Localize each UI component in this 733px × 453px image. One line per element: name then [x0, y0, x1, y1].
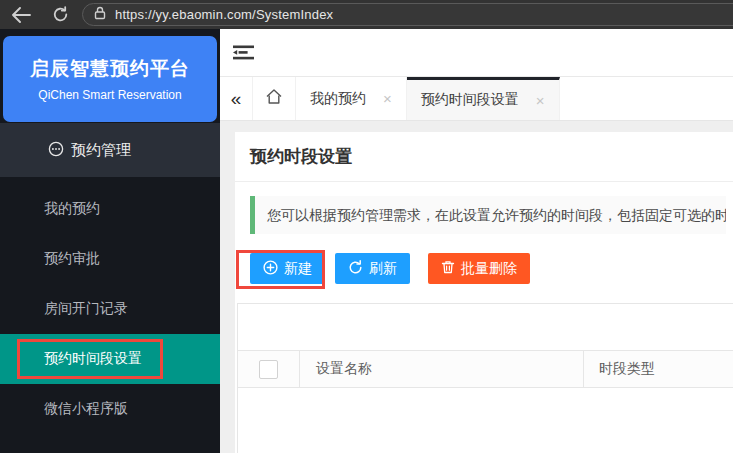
- select-all-checkbox[interactable]: [259, 360, 278, 379]
- content-area: 预约时段设置 您可以根据预约管理需求，在此设置允许预约的时间段，包括固定可选的时…: [220, 121, 733, 453]
- browser-toolbar: https://yy.ebaomin.com/SystemIndex: [0, 0, 733, 29]
- close-icon[interactable]: ×: [383, 91, 392, 106]
- lock-icon: [94, 6, 106, 24]
- tabs-scroll-left-icon[interactable]: «: [220, 77, 252, 120]
- table-toolbar: [238, 304, 733, 350]
- sidebar-submenu: 我的预约 预约审批 房间开门记录 预约时间段设置 微信小程序版: [0, 177, 220, 434]
- column-header-setting-name: 设置名称: [300, 351, 584, 387]
- info-banner-text: 您可以根据预约管理需求，在此设置允许预约的时间段，包括固定可选的时: [267, 207, 726, 223]
- sidebar-parent-label: 预约管理: [71, 141, 131, 160]
- sidebar-item-timeslot-settings[interactable]: 预约时间段设置: [0, 334, 220, 384]
- data-table: 设置名称 时段类型: [237, 303, 733, 453]
- tab-my-bookings[interactable]: 我的预约 ×: [296, 77, 407, 120]
- brand-title: 启辰智慧预约平台: [30, 56, 190, 82]
- collapse-sidebar-icon[interactable]: [233, 45, 254, 60]
- tab-timeslot-settings[interactable]: 预约时间段设置 ×: [407, 77, 560, 120]
- reload-icon[interactable]: [52, 6, 69, 23]
- info-banner: 您可以根据预约管理需求，在此设置允许预约的时间段，包括固定可选的时: [250, 196, 726, 234]
- new-button-label: 新建: [284, 260, 312, 278]
- sidebar: 启辰智慧预约平台 QiChen Smart Reservation 预约管理 我…: [0, 29, 220, 453]
- refresh-button[interactable]: 刷新: [335, 253, 410, 284]
- sidebar-item-wechat-miniprogram[interactable]: 微信小程序版: [0, 384, 220, 434]
- sidebar-item-booking-management[interactable]: 预约管理: [0, 123, 220, 177]
- screenshot-frame: https://yy.ebaomin.com/SystemIndex 启辰智慧预…: [0, 0, 733, 453]
- table-body-empty: [238, 388, 733, 453]
- sidebar-item-booking-approval[interactable]: 预约审批: [0, 234, 220, 284]
- page-panel: 预约时段设置 您可以根据预约管理需求，在此设置允许预约的时间段，包括固定可选的时…: [235, 132, 733, 453]
- tab-bar: « 我的预约 × 预约时间段设置 ×: [220, 77, 733, 121]
- main-area: « 我的预约 × 预约时间段设置 × 预约时段设置: [220, 29, 733, 453]
- tab-home[interactable]: [252, 77, 296, 120]
- refresh-icon: [348, 260, 363, 278]
- page-title: 预约时段设置: [250, 148, 726, 166]
- brand-card: 启辰智慧预约平台 QiChen Smart Reservation: [3, 36, 217, 122]
- batch-delete-button[interactable]: 批量删除: [428, 253, 530, 284]
- column-header-timeslot-type: 时段类型: [584, 351, 733, 387]
- plus-circle-icon: [263, 260, 278, 278]
- brand-subtitle: QiChen Smart Reservation: [38, 88, 181, 102]
- title-divider: [235, 181, 733, 182]
- home-icon: [265, 88, 283, 109]
- tab-label: 我的预约: [310, 90, 366, 108]
- sidebar-item-room-door-records[interactable]: 房间开门记录: [0, 284, 220, 334]
- main-header: [220, 29, 733, 77]
- back-icon[interactable]: [11, 7, 31, 23]
- sidebar-item-my-bookings[interactable]: 我的预约: [0, 184, 220, 234]
- toolbar-buttons: 新建 刷新 批量删除: [250, 253, 726, 284]
- batch-delete-button-label: 批量删除: [461, 260, 517, 278]
- new-button[interactable]: 新建: [250, 253, 325, 284]
- trash-icon: [441, 260, 455, 277]
- close-icon[interactable]: ×: [536, 93, 545, 108]
- url-text: https://yy.ebaomin.com/SystemIndex: [115, 7, 333, 22]
- tab-label: 预约时间段设置: [421, 91, 519, 109]
- address-bar[interactable]: https://yy.ebaomin.com/SystemIndex: [82, 3, 733, 26]
- chat-dots-icon: [48, 141, 64, 160]
- table-header-checkbox-cell: [238, 351, 300, 387]
- refresh-button-label: 刷新: [369, 260, 397, 278]
- table-header-row: 设置名称 时段类型: [238, 350, 733, 388]
